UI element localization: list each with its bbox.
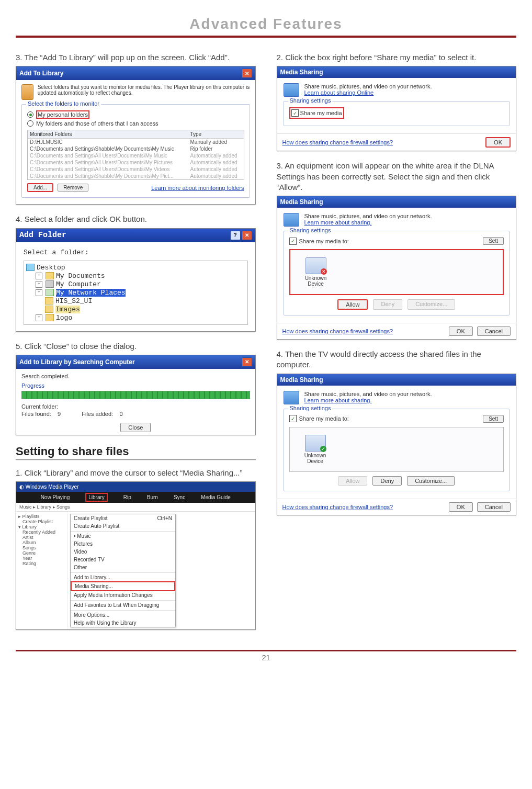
deny-button[interactable]: Deny (372, 476, 402, 486)
folder-tree[interactable]: Desktop +My Documents +My Computer +My N… (24, 261, 248, 325)
tab-sync[interactable]: Sync (174, 494, 185, 500)
add-to-library-dialog: Add To Library ✕ Select folders that you… (16, 66, 256, 205)
menu-item[interactable]: Video (71, 548, 175, 556)
tab-rip[interactable]: Rip (123, 494, 131, 500)
menu-item[interactable]: Apply Media Information Changes (71, 591, 175, 599)
tab-library[interactable]: Library (85, 493, 108, 502)
add-folder-dialog: Add Folder ? ✕ Select a folder: Desktop … (16, 228, 256, 332)
menu-item[interactable]: Recorded TV (71, 556, 175, 563)
computer-icon (46, 280, 54, 288)
menu-item[interactable]: More Options... (71, 610, 175, 619)
step-1-share-text: 1. Click “Library” and move the cursor t… (16, 468, 256, 478)
ms-desc: Share music, pictures, and video on your… (304, 391, 432, 397)
select-folder-label: Select a folder: (24, 249, 248, 256)
learn-more-link[interactable]: Learn more about monitoring folders (151, 185, 244, 191)
search-dialog: Add to Library by Searching Computer ✕ S… (16, 355, 256, 435)
menu-item[interactable]: Create Auto Playlist (71, 522, 175, 530)
customize-button[interactable]: Customize... (407, 476, 455, 486)
menu-item[interactable]: Add Favorites to List When Dragging (71, 600, 175, 609)
tab-nowplaying[interactable]: Now Playing (41, 494, 70, 500)
current-folder-label: Current folder: (21, 403, 250, 410)
close-icon[interactable]: ✕ (242, 231, 252, 240)
files-added-label: Files added: (82, 411, 113, 417)
cancel-button[interactable]: Cancel (477, 326, 511, 336)
close-button[interactable]: Close (120, 423, 151, 432)
device-card[interactable]: ✕ Unknown Device (296, 255, 336, 289)
tree-item: HIS_S2_UI (55, 297, 92, 305)
share-checkbox[interactable]: ✓ (291, 109, 299, 117)
expander-icon[interactable]: + (36, 273, 42, 279)
step-3-text: 3. The “Add To Library” will pop up on t… (16, 52, 256, 63)
step-2-right-text: 2. Click the box right before “Share my … (277, 52, 517, 63)
firewall-link[interactable]: How does sharing change firewall setting… (282, 328, 393, 334)
progress-label: Progress (21, 382, 250, 389)
share-my-media-to-label: Share my media to: (299, 415, 349, 422)
customize-button[interactable]: Customize... (408, 299, 455, 310)
table-row: C:\Documents and Settings\All Users\Docu… (28, 166, 244, 173)
breadcrumb[interactable]: Music ▸ Library ▸ Songs (19, 504, 70, 510)
share-my-media-to-label: Share my media to: (299, 238, 349, 244)
share-checkbox[interactable]: ✓ (289, 415, 297, 422)
deny-button[interactable]: Deny (373, 299, 402, 310)
allow-button[interactable]: Allow (338, 476, 367, 486)
radio-my-personal[interactable] (27, 111, 33, 118)
media-share-icon (284, 83, 299, 97)
page-title: Advanced Features (16, 10, 516, 38)
close-icon[interactable]: ✕ (242, 69, 252, 78)
menu-item[interactable]: • Music (71, 531, 175, 540)
help-icon[interactable]: ? (230, 231, 241, 240)
app-title: Windows Media Player (26, 484, 79, 490)
close-icon[interactable]: ✕ (242, 357, 252, 367)
ok-button[interactable]: OK (449, 326, 473, 336)
settings-button[interactable]: Sett (483, 415, 504, 423)
tree-item: My Computer (56, 280, 101, 288)
cancel-button[interactable]: Cancel (477, 502, 511, 512)
col-type: Type (188, 130, 244, 139)
menu-item[interactable]: Other (71, 563, 175, 571)
learn-more-link[interactable]: Learn more about sharing. (304, 397, 432, 403)
files-found-label: Files found: (21, 411, 51, 417)
allow-button[interactable]: Allow (337, 299, 368, 310)
dialog-title: Add Folder (19, 231, 66, 240)
share-checkbox[interactable]: ✓ (289, 238, 297, 245)
firewall-link[interactable]: How does sharing change firewall setting… (282, 504, 393, 510)
group-label: Sharing settings (288, 97, 333, 104)
dialog-title: Add to Library by Searching Computer (19, 358, 135, 366)
dialog-title: Media Sharing (280, 376, 323, 384)
media-icon (21, 84, 33, 100)
menu-item[interactable]: Pictures (71, 540, 175, 548)
left-column: 3. The “Add To Library” will pop up on t… (16, 48, 256, 639)
firewall-link[interactable]: How does sharing change firewall setting… (282, 139, 393, 145)
add-button[interactable]: Add... (27, 183, 53, 192)
files-added-value: 0 (119, 411, 122, 417)
expander-icon[interactable]: + (36, 281, 42, 288)
menu-item[interactable]: Help with Using the Library (71, 619, 175, 627)
page-number: 21 (16, 650, 516, 662)
tab-burn[interactable]: Burn (147, 494, 158, 500)
denied-badge-icon: ✕ (321, 268, 327, 275)
device-card[interactable]: ✓ Unknown Device (295, 433, 336, 466)
menu-item[interactable]: Add to Library... (71, 572, 175, 581)
remove-button[interactable]: Remove (58, 184, 88, 191)
tab-mediaguide[interactable]: Media Guide (201, 494, 231, 500)
learn-online-link[interactable]: Learn about sharing Online (304, 89, 432, 96)
radio-others[interactable] (27, 120, 33, 127)
menu-item[interactable]: Create PlaylistCtrl+N (71, 514, 175, 522)
table-row: C:\Documents and Settings\All Users\Docu… (28, 152, 244, 159)
radio-label-personal: My personal folders (36, 110, 89, 119)
learn-more-link[interactable]: Learn more about sharing. (304, 219, 432, 226)
menu-item-media-sharing[interactable]: Media Sharing... (71, 581, 175, 591)
ok-button[interactable]: OK (449, 502, 473, 512)
settings-button[interactable]: Sett (483, 237, 504, 245)
tree-item: My Documents (56, 272, 105, 280)
media-sharing-dialog-3: Media Sharing Share music, pictures, and… (277, 374, 517, 515)
expander-icon[interactable]: + (36, 289, 42, 296)
monitored-folders-table: Monitored Folders Type D:\HJLMUSICManual… (27, 130, 244, 180)
ms-desc: Share music, pictures, and video on your… (304, 83, 432, 89)
share-my-media-label: Share my media (300, 110, 342, 116)
expander-icon[interactable]: + (36, 314, 42, 321)
table-row: C:\Documents and Settings\Shabble\My Doc… (28, 145, 244, 152)
table-row: C:\Documents and Settings\Shabble\My Doc… (28, 173, 244, 180)
ok-button[interactable]: OK (485, 137, 511, 148)
step-5-text: 5. Click “Close” to close the dialog. (16, 341, 256, 352)
